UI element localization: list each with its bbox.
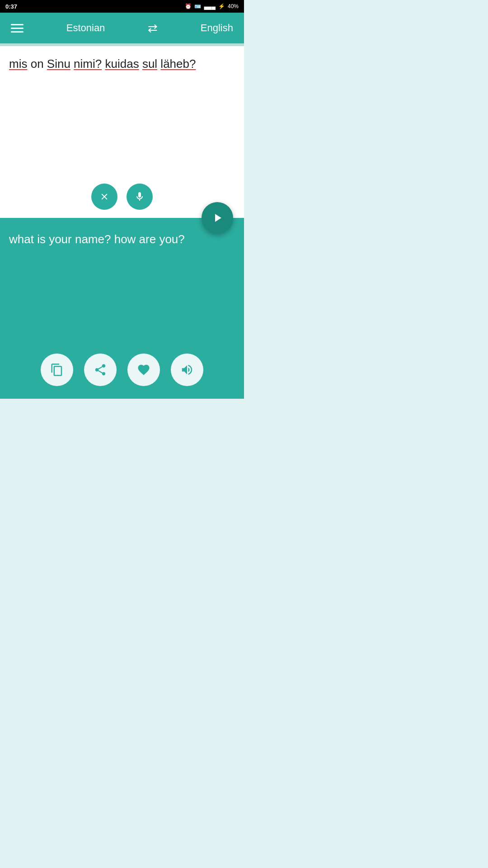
copy-button[interactable] bbox=[41, 354, 73, 386]
input-controls bbox=[91, 184, 153, 210]
word-kuidas: kuidas bbox=[105, 57, 139, 71]
source-text: mis on Sinu nimi? kuidas sul läheb? bbox=[9, 55, 235, 73]
word-nimi: nimi? bbox=[74, 57, 102, 71]
top-bar: Estonian ⇄ English bbox=[0, 13, 244, 43]
signal-icon: ▄▄▄ bbox=[204, 3, 216, 9]
word-laheb: läheb? bbox=[160, 57, 196, 71]
word-on: on bbox=[31, 57, 47, 71]
word-sinu: Sinu bbox=[47, 57, 70, 71]
menu-button[interactable] bbox=[11, 24, 23, 33]
charging-icon: ⚡ bbox=[218, 3, 225, 9]
target-language-selector[interactable]: English bbox=[201, 22, 233, 34]
status-bar: 0:37 ⏰ 🪪 ▄▄▄ ⚡ 40% bbox=[0, 0, 244, 13]
alarm-icon: ⏰ bbox=[185, 3, 192, 9]
translation-panel: mis on Sinu nimi? kuidas sul läheb? bbox=[0, 46, 244, 399]
status-time: 0:37 bbox=[5, 3, 17, 10]
output-area: what is your name? how are you? bbox=[0, 218, 244, 399]
word-mis: mis bbox=[9, 57, 27, 71]
battery-level: 40% bbox=[228, 3, 239, 9]
swap-languages-button[interactable]: ⇄ bbox=[148, 21, 158, 35]
input-area: mis on Sinu nimi? kuidas sul läheb? bbox=[0, 46, 244, 218]
clear-button[interactable] bbox=[91, 184, 117, 210]
status-icons: ⏰ 🪪 ▄▄▄ ⚡ 40% bbox=[185, 3, 239, 9]
speaker-button[interactable] bbox=[171, 354, 203, 386]
translate-button[interactable] bbox=[202, 202, 233, 234]
word-sul: sul bbox=[142, 57, 157, 71]
sim-icon: 🪪 bbox=[194, 3, 201, 9]
source-language-selector[interactable]: Estonian bbox=[66, 22, 105, 34]
output-controls bbox=[41, 354, 203, 386]
share-button[interactable] bbox=[84, 354, 117, 386]
microphone-button[interactable] bbox=[127, 184, 153, 210]
translated-text: what is your name? how are you? bbox=[9, 231, 235, 248]
favorite-button[interactable] bbox=[127, 354, 160, 386]
